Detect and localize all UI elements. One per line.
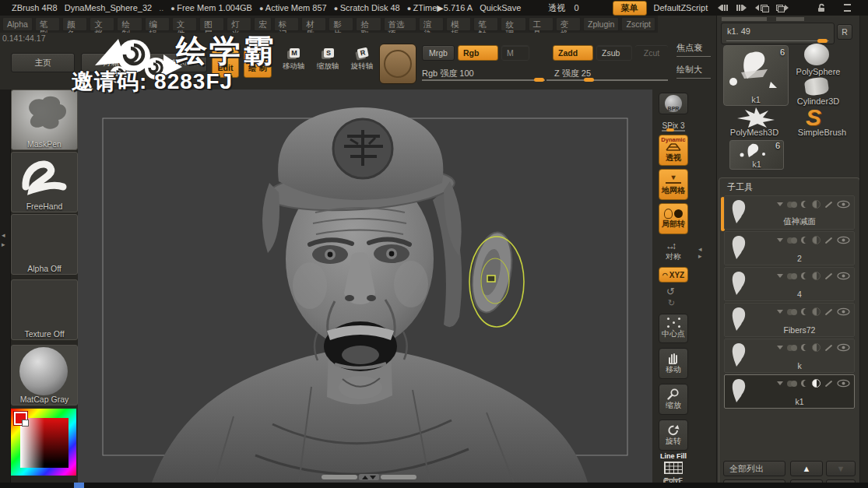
crescent-icon[interactable] (801, 380, 808, 387)
brush-caret-icon[interactable] (777, 346, 783, 349)
rotate-button[interactable]: 旋转 (659, 420, 688, 451)
subtool-row[interactable]: 值神减面 (724, 195, 855, 230)
eye-visibility-icon[interactable] (837, 343, 850, 352)
canvas-scroll-arrows[interactable] (359, 474, 379, 480)
texture-selector[interactable]: Texture Off (11, 279, 78, 340)
tool-value-slider[interactable]: k1. 49 (721, 23, 835, 44)
spix-handle[interactable] (666, 128, 674, 132)
polypaint-icon[interactable] (787, 381, 797, 387)
menu-item[interactable]: 拾取 (356, 17, 381, 31)
mrgb-button[interactable]: Mrgb (422, 45, 455, 61)
eye-visibility-icon[interactable] (837, 236, 850, 244)
rgb-intensity-handle[interactable] (534, 78, 544, 82)
zsub-button[interactable]: Zsub (596, 45, 632, 61)
polypaint-icon[interactable] (787, 345, 797, 351)
list-all-button[interactable]: 全部列出 (723, 461, 785, 476)
zscript-button[interactable]: DefaultZScript (654, 3, 708, 12)
crescent-icon[interactable] (801, 272, 808, 279)
pen-icon[interactable] (825, 201, 833, 208)
menu-item[interactable]: Alpha (2, 17, 33, 31)
polysphere-icon[interactable] (804, 44, 829, 65)
z-intensity-handle[interactable] (584, 78, 594, 82)
subtool-row[interactable]: k1 (724, 374, 855, 409)
lock-icon[interactable] (817, 3, 826, 12)
scale-button[interactable]: 缩放 (659, 384, 688, 415)
contrast-icon[interactable] (812, 307, 821, 316)
menu-item[interactable]: Zplugin (583, 17, 619, 31)
menu-item[interactable]: 渲染 (419, 17, 444, 31)
polypaint-icon[interactable] (787, 309, 797, 315)
tool-item-label[interactable]: PolyMesh3D (719, 128, 790, 137)
left-tray-divider[interactable]: ◂ ▸ (0, 90, 11, 483)
r-reset-button[interactable]: R (837, 24, 852, 40)
menu-item[interactable]: 变换 (556, 17, 581, 31)
rgb-button[interactable]: Rgb (458, 45, 498, 61)
brush-caret-icon[interactable] (777, 310, 783, 314)
pen-icon[interactable] (825, 272, 833, 279)
minimize-icon[interactable] (844, 4, 851, 12)
move-button[interactable]: 移动 (659, 348, 688, 379)
pen-icon[interactable] (825, 308, 833, 315)
subtool-row[interactable]: Fibers72 (724, 303, 855, 337)
menu-item[interactable]: 颜色 (62, 17, 87, 31)
menu-item[interactable]: 标记 (274, 17, 299, 31)
menu-item[interactable]: 笔触 (473, 17, 498, 31)
eye-visibility-icon[interactable] (837, 272, 850, 280)
simplebrush-icon[interactable]: S (806, 104, 821, 131)
sculpt-3d-model[interactable] (78, 90, 652, 483)
crescent-icon[interactable] (801, 201, 808, 208)
brush-selector[interactable]: MaskPen (11, 90, 78, 150)
brush-caret-icon[interactable] (777, 238, 783, 242)
perspective-slider[interactable]: 透视 0 (548, 2, 589, 14)
polypaint-icon[interactable] (787, 202, 797, 208)
viewport-canvas[interactable] (78, 90, 652, 483)
z-intensity-slider[interactable]: Z 强度 25 (554, 65, 671, 79)
perspective-button[interactable]: Dynamic 透视 (659, 135, 688, 166)
brush-caret-icon[interactable] (777, 381, 783, 385)
subtool-row[interactable]: 4 (724, 267, 855, 301)
menu-item[interactable]: 工具 (529, 17, 553, 31)
pen-icon[interactable] (825, 237, 833, 244)
collapse-right-tray-icon[interactable] (736, 3, 747, 12)
rotate-axis-button[interactable]: R 旋转轴 (347, 48, 377, 72)
frame-center-button[interactable]: 中心点 (659, 314, 688, 343)
focal-shift-label[interactable]: 焦点衰 (676, 42, 711, 57)
floor-grid-button[interactable]: ▾ 地网格 (659, 169, 688, 200)
pen-icon[interactable] (825, 344, 833, 351)
current-material-button[interactable] (379, 44, 416, 84)
xyz-button[interactable]: ◠ XYZ (659, 267, 688, 283)
polypaint-icon[interactable] (787, 273, 797, 279)
zadd-button[interactable]: Zadd (553, 45, 593, 61)
crescent-icon[interactable] (801, 237, 808, 244)
home-button[interactable]: 主页 (11, 53, 75, 72)
contrast-icon[interactable] (812, 343, 821, 352)
alpha-selector[interactable]: Alpha Off (11, 214, 78, 275)
crescent-icon[interactable] (801, 308, 808, 315)
scale-axis-button[interactable]: S 缩放轴 (313, 48, 343, 72)
draw-size-label[interactable]: 绘制大 (676, 64, 711, 79)
right-tray-divider[interactable]: ◂▸ (698, 246, 702, 260)
menu-item[interactable]: 模板 (446, 17, 471, 31)
brush-caret-icon[interactable] (777, 274, 783, 278)
tool-item-label[interactable]: SimpleBrush (789, 128, 856, 137)
brush-caret-icon[interactable] (777, 202, 783, 206)
prev-doc-icon[interactable] (755, 5, 768, 11)
tool-value-handle[interactable] (817, 39, 828, 43)
move-up-button[interactable]: ▲ (790, 461, 823, 476)
subtool-row[interactable]: k (724, 339, 855, 373)
next-doc-icon[interactable] (776, 5, 789, 11)
collapse-left-tray-icon[interactable] (718, 3, 728, 12)
spin-left-icon[interactable]: ↺ (666, 286, 675, 297)
crescent-icon[interactable] (801, 344, 808, 351)
menu-button[interactable]: 菜单 (613, 1, 647, 16)
stroke-selector[interactable]: FreeHand (11, 152, 78, 212)
bpr-render-button[interactable]: BPR (659, 93, 688, 114)
material-selector[interactable]: MatCap Gray (11, 345, 78, 405)
contrast-icon[interactable] (812, 236, 821, 244)
zcut-button[interactable]: Zcut (635, 45, 668, 61)
spin-right-icon[interactable]: ↻ (668, 298, 675, 308)
color-picker-cursor[interactable] (22, 420, 29, 427)
eye-visibility-icon[interactable] (837, 379, 850, 388)
menu-item[interactable]: 首选项 (384, 17, 416, 31)
menu-item[interactable]: 材质 (301, 17, 326, 31)
